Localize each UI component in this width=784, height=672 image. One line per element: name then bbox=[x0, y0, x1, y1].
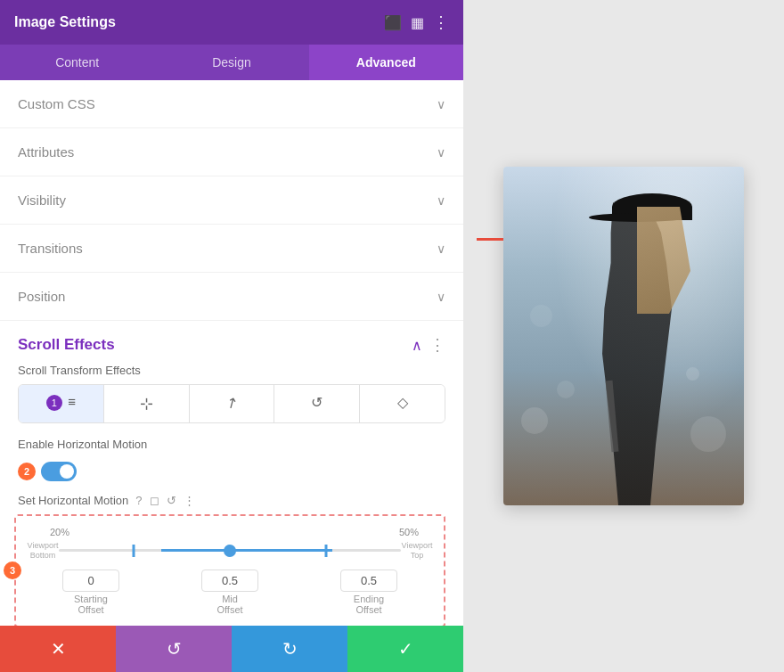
enable-horizontal-label: Enable Horizontal Motion bbox=[18, 438, 147, 451]
section-position[interactable]: Position ∨ bbox=[0, 273, 463, 321]
tab-content[interactable]: Content bbox=[0, 45, 154, 80]
starting-offset-field: StartingOffset bbox=[62, 570, 119, 615]
skew-icon: ↗ bbox=[223, 392, 241, 413]
offset-fields: StartingOffset MidOffset EndingOffset bbox=[23, 570, 437, 615]
redo-icon: ↻ bbox=[282, 638, 298, 660]
icon-tab-skew[interactable]: ↗ bbox=[190, 385, 275, 422]
collapse-icon[interactable]: ∧ bbox=[412, 337, 422, 354]
canvas-area bbox=[503, 167, 744, 505]
bokeh-2 bbox=[557, 381, 575, 398]
slider-thumb-mid[interactable] bbox=[224, 545, 236, 557]
mid-offset-label: MidOffset bbox=[216, 594, 242, 615]
slider-container bbox=[59, 542, 401, 560]
starting-offset-input[interactable] bbox=[62, 570, 119, 592]
ending-offset-label: EndingOffset bbox=[354, 594, 384, 615]
section-attributes[interactable]: Attributes ∨ bbox=[0, 128, 463, 176]
mid-offset-field: MidOffset bbox=[201, 570, 258, 615]
panel-content: Custom CSS ∨ Attributes ∨ Visibility ∨ T… bbox=[0, 80, 463, 626]
set-motion-row: Set Horizontal Motion ? ◻ ↺ ⋮ bbox=[18, 494, 445, 507]
hair bbox=[637, 207, 690, 314]
icon-tab-blur[interactable]: ⊹ bbox=[104, 385, 190, 422]
slider-marker-right bbox=[324, 545, 327, 557]
chevron-icon: ∨ bbox=[437, 97, 445, 111]
blur-icon: ⊹ bbox=[140, 395, 153, 413]
badge-2: 2 bbox=[18, 463, 36, 480]
motion-reset-icon[interactable]: ↺ bbox=[167, 494, 176, 507]
bokeh-4 bbox=[686, 367, 699, 381]
badge-3: 3 bbox=[4, 561, 21, 579]
slider-label-50: 50% bbox=[399, 527, 419, 537]
toggle-row: 2 bbox=[18, 462, 445, 481]
layout-icon[interactable]: ▦ bbox=[411, 14, 424, 31]
chevron-icon: ∨ bbox=[437, 145, 445, 160]
viewport-top-label: ViewportTop bbox=[401, 541, 433, 561]
reset-icon: ↺ bbox=[167, 638, 182, 660]
panel-header: Image Settings ⬛ ▦ ⋮ bbox=[0, 0, 463, 45]
scroll-effects-body: Scroll Transform Effects 1 ≡ ⊹ ↗ ↺ ◇ bbox=[0, 364, 463, 626]
redo-button[interactable]: ↻ bbox=[232, 626, 347, 672]
fullscreen-icon[interactable]: ⬛ bbox=[384, 14, 402, 31]
section-transitions[interactable]: Transitions ∨ bbox=[0, 225, 463, 273]
bottom-toolbar: ✕ ↺ ↻ ✓ bbox=[0, 626, 463, 672]
motion-icon: ≡ bbox=[68, 394, 76, 409]
save-icon: ✓ bbox=[398, 638, 413, 660]
cancel-icon: ✕ bbox=[51, 638, 66, 660]
rotate-icon: ↺ bbox=[311, 395, 323, 410]
horizontal-motion-toggle[interactable] bbox=[41, 462, 77, 481]
icon-tab-motion[interactable]: 1 ≡ bbox=[19, 385, 104, 422]
section-visibility[interactable]: Visibility ∨ bbox=[0, 176, 463, 225]
bokeh-3 bbox=[690, 416, 726, 452]
reset-button[interactable]: ↺ bbox=[116, 626, 232, 672]
photo-inner bbox=[503, 167, 744, 505]
set-motion-label: Set Horizontal Motion bbox=[18, 494, 128, 507]
chevron-icon: ∨ bbox=[437, 193, 445, 208]
more-icon[interactable]: ⋮ bbox=[433, 12, 449, 32]
left-panel: Image Settings ⬛ ▦ ⋮ Content Design Adva… bbox=[0, 0, 463, 672]
bokeh-5 bbox=[530, 305, 552, 327]
scroll-effects-header: Scroll Effects ∧ ⋮ bbox=[0, 321, 463, 364]
mid-offset-input[interactable] bbox=[201, 570, 258, 592]
scroll-effects-icons: ∧ ⋮ bbox=[412, 335, 445, 355]
header-icons: ⬛ ▦ ⋮ bbox=[384, 12, 449, 32]
slider-track bbox=[59, 549, 401, 552]
tab-design[interactable]: Design bbox=[154, 45, 308, 80]
slider-fill bbox=[161, 549, 332, 552]
slider-track-area: ViewportBottom ViewportTop bbox=[23, 541, 437, 561]
cancel-button[interactable]: ✕ bbox=[0, 626, 116, 672]
slider-label-20: 20% bbox=[50, 527, 69, 537]
chevron-icon: ∨ bbox=[437, 242, 445, 256]
scroll-icon-tabs: 1 ≡ ⊹ ↗ ↺ ◇ bbox=[18, 384, 445, 423]
ending-offset-input[interactable] bbox=[340, 570, 397, 592]
badge-3-wrap: 3 bbox=[4, 561, 21, 579]
tab-advanced[interactable]: Advanced bbox=[309, 45, 463, 80]
icon-tab-rotate[interactable]: ↺ bbox=[274, 385, 360, 422]
tab-bar: Content Design Advanced bbox=[0, 45, 463, 80]
icon-tab-opacity[interactable]: ◇ bbox=[360, 385, 445, 422]
save-button[interactable]: ✓ bbox=[347, 626, 463, 672]
scroll-effects-title: Scroll Effects bbox=[18, 336, 115, 354]
viewport-bottom-label: ViewportBottom bbox=[27, 541, 59, 561]
motion-settings-box: 3 20% 50% ViewportBottom bbox=[14, 514, 445, 626]
enable-row: Enable Horizontal Motion bbox=[18, 438, 445, 451]
ending-offset-field: EndingOffset bbox=[340, 570, 397, 615]
section-custom-css[interactable]: Custom CSS ∨ bbox=[0, 80, 463, 128]
copy-icon[interactable]: ◻ bbox=[150, 494, 159, 507]
scroll-transform-label: Scroll Transform Effects bbox=[18, 364, 445, 377]
slider-labels: 20% 50% bbox=[23, 527, 437, 537]
panel-title: Image Settings bbox=[14, 14, 116, 30]
scroll-more-icon[interactable]: ⋮ bbox=[429, 335, 445, 355]
slider-marker-left bbox=[133, 545, 135, 557]
right-panel bbox=[463, 0, 784, 672]
help-icon[interactable]: ? bbox=[135, 494, 142, 507]
opacity-icon: ◇ bbox=[397, 395, 408, 410]
starting-offset-label: StartingOffset bbox=[74, 594, 108, 615]
bokeh-1 bbox=[521, 407, 548, 434]
photo-frame bbox=[503, 167, 744, 505]
chevron-icon: ∨ bbox=[437, 290, 445, 304]
motion-more-icon[interactable]: ⋮ bbox=[184, 494, 195, 507]
